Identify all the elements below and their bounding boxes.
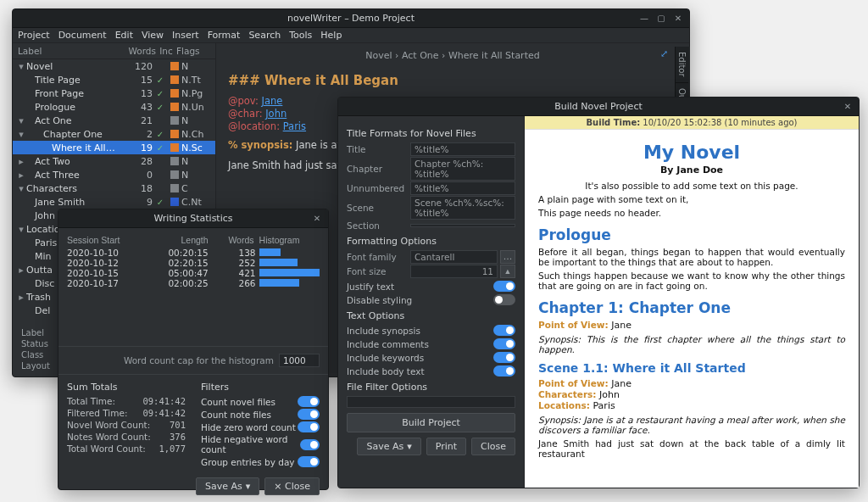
session-row[interactable]: 2020-10-1000:20:15138 <box>67 248 320 258</box>
sidetab-editor[interactable]: Editor <box>676 47 688 83</box>
group-title-formats: Title Formats for Novel Files <box>347 128 515 139</box>
option-toggle[interactable]: Disable styling <box>347 294 515 305</box>
tree-row[interactable]: Jane Smith9✓C.Nt <box>13 195 215 209</box>
save-as-button[interactable]: Save As ▾ <box>357 438 420 455</box>
format-input[interactable]: %title% <box>410 181 515 195</box>
session-row[interactable]: 2020-10-1505:00:47421 <box>67 268 320 278</box>
close-icon[interactable]: ✕ <box>842 100 854 112</box>
tree-row[interactable]: Prologue43✓N.Un <box>13 100 215 114</box>
group-file-filter: File Filter Options <box>347 382 515 393</box>
preview-author: By Jane Doe <box>538 165 845 176</box>
option-toggle[interactable]: Justify text <box>347 281 515 292</box>
breadcrumb: Novel › Act One › Where it All Started <box>228 50 677 61</box>
close-icon[interactable]: ✕ <box>672 12 684 24</box>
format-input[interactable] <box>410 224 515 227</box>
menubar: ProjectDocumentEditViewInsertFormatSearc… <box>13 28 689 43</box>
stats-titlebar: Writing Statistics ✕ <box>58 209 328 228</box>
meta-link[interactable]: Jane <box>611 378 632 389</box>
menu-search[interactable]: Search <box>248 30 281 41</box>
close-icon[interactable]: ✕ <box>311 212 323 224</box>
filter-toggle[interactable]: Count novel files <box>201 396 320 407</box>
menu-insert[interactable]: Insert <box>172 30 199 41</box>
group-text-options: Text Options <box>347 310 515 321</box>
cap-label: Word count cap for the histogram <box>124 355 274 365</box>
menu-tools[interactable]: Tools <box>289 30 312 41</box>
pov-link[interactable]: Jane <box>611 320 632 331</box>
build-project-button[interactable]: Build Project <box>347 413 515 432</box>
stats-title: Writing Statistics <box>153 213 232 224</box>
col-histogram[interactable]: Histogram <box>259 235 320 248</box>
font-family-input[interactable]: Cantarell <box>410 250 498 264</box>
col-flags[interactable]: Flags <box>176 46 210 56</box>
save-as-button[interactable]: Save As ▾ <box>196 477 259 495</box>
menu-format[interactable]: Format <box>208 30 241 41</box>
col-length[interactable]: Length <box>146 235 213 248</box>
filter-toggle[interactable]: Hide negative word count <box>201 434 320 455</box>
expand-icon[interactable]: ⤢ <box>660 48 668 59</box>
col-words[interactable]: Words <box>214 235 259 248</box>
col-session[interactable]: Session Start <box>67 235 146 248</box>
tree-row[interactable]: Front Page13✓N.Pg <box>13 86 215 100</box>
close-button[interactable]: Close <box>471 438 515 455</box>
filter-toggle[interactable]: Count note files <box>201 409 320 420</box>
filter-toggle[interactable]: Group entries by day <box>201 456 320 467</box>
sum-heading: Sum Totals <box>67 382 186 393</box>
menu-document[interactable]: Document <box>58 30 107 41</box>
tree-row[interactable]: Title Page15✓N.Tt <box>13 73 215 86</box>
session-row[interactable]: 2020-10-1202:20:15252 <box>67 258 320 268</box>
cap-input[interactable] <box>279 354 320 367</box>
option-toggle[interactable]: Include synopsis <box>347 325 515 336</box>
group-formatting: Formatting Options <box>347 236 515 247</box>
main-title: novelWriter – Demo Project <box>287 13 415 24</box>
build-titlebar: Build Novel Project ✕ <box>338 98 859 116</box>
filter-toggle[interactable]: Hide zero word count <box>201 421 320 432</box>
tree-row[interactable]: ▾Act One21N <box>13 114 215 127</box>
build-title: Build Novel Project <box>554 101 643 112</box>
option-toggle[interactable]: Include keywords <box>347 352 515 363</box>
stats-window: Writing Statistics ✕ Session Start Lengt… <box>58 209 329 490</box>
build-window: Build Novel Project ✕ Title Formats for … <box>337 97 860 488</box>
doc-heading: ### Where it All Began <box>228 73 677 88</box>
menu-help[interactable]: Help <box>320 30 342 41</box>
col-inc[interactable]: Inc <box>156 46 176 56</box>
session-table: Session Start Length Words Histogram 202… <box>67 235 320 288</box>
col-label[interactable]: Label <box>18 46 120 56</box>
tree-row[interactable]: ▾Novel120N <box>13 59 215 73</box>
format-input[interactable]: Scene %ch%.%sc%: %title% <box>410 196 515 220</box>
close-button[interactable]: × Close <box>264 477 320 495</box>
option-toggle[interactable]: Include comments <box>347 338 515 349</box>
print-button[interactable]: Print <box>426 438 466 455</box>
build-preview: Build Time: 10/10/20 15:02:38 (10 minute… <box>525 116 859 488</box>
main-titlebar: novelWriter – Demo Project — ▢ ✕ <box>13 9 689 28</box>
tree-row[interactable]: ▾Chapter One2✓N.Ch <box>13 127 215 141</box>
menu-project[interactable]: Project <box>18 30 50 41</box>
preview-title: My Novel <box>538 142 845 163</box>
synopsis-key: % synopsis: <box>228 139 292 151</box>
option-toggle[interactable]: Include body text <box>347 365 515 376</box>
build-options: Title Formats for Novel Files Title%titl… <box>338 116 525 488</box>
tree-row[interactable]: ▸Act Three0N <box>13 168 215 181</box>
format-input[interactable]: %title% <box>410 142 515 156</box>
meta-link[interactable]: Paris <box>593 400 615 411</box>
minimize-icon[interactable]: — <box>638 12 650 24</box>
font-picker-button[interactable]: … <box>500 250 515 264</box>
menu-edit[interactable]: Edit <box>115 30 133 41</box>
tree-row[interactable]: ▾Characters18C <box>13 181 215 195</box>
filter-bar[interactable] <box>347 396 515 408</box>
font-size-input[interactable]: 11 <box>410 265 498 278</box>
maximize-icon[interactable]: ▢ <box>655 12 667 24</box>
col-words[interactable]: Words <box>120 46 156 56</box>
format-input[interactable]: Chapter %ch%: %title% <box>410 157 515 181</box>
meta-link[interactable]: John <box>599 389 620 400</box>
size-spinner[interactable]: ▴ <box>500 265 515 278</box>
filters-heading: Filters <box>201 382 320 393</box>
tree-row[interactable]: Where it All Start...19✓N.Sc <box>13 141 215 154</box>
tree-row[interactable]: ▸Act Two28N <box>13 154 215 168</box>
session-row[interactable]: 2020-10-1702:00:25266 <box>67 278 320 288</box>
menu-view[interactable]: View <box>142 30 164 41</box>
